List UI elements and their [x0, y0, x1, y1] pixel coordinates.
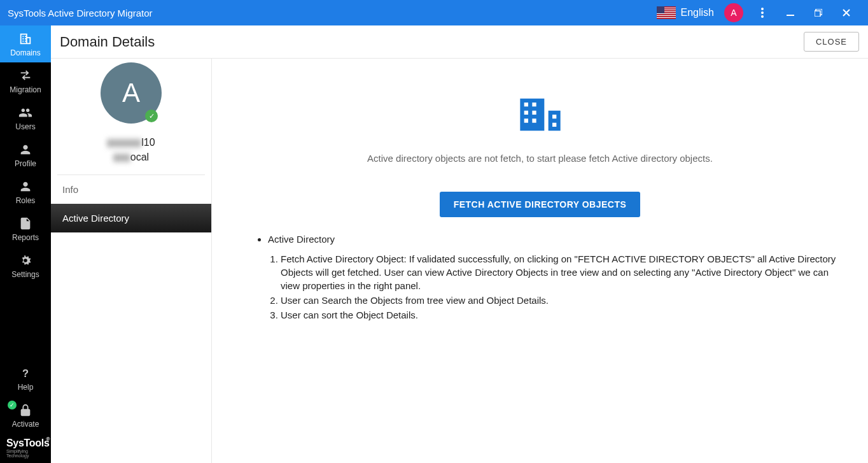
sidebar-item-activate[interactable]: Activate	[0, 397, 51, 434]
migration-icon	[18, 69, 32, 83]
sidebar-label: Help	[18, 383, 34, 392]
sidebar-item-help[interactable]: ? Help	[0, 360, 51, 397]
svg-rect-5	[815, 11, 820, 17]
page-title: Domain Details	[60, 34, 155, 50]
sidebar: Domains Migration Users Profile Roles Re…	[0, 25, 51, 463]
language-selector[interactable]: English	[657, 6, 714, 19]
sidebar-item-roles[interactable]: Roles	[0, 173, 51, 210]
brand-logo: SysTools® Simplifying Technology	[0, 434, 51, 463]
close-button[interactable]: CLOSE	[804, 32, 859, 52]
minimize-icon	[787, 9, 794, 17]
verified-check-icon	[145, 110, 158, 122]
minimize-button[interactable]	[776, 0, 804, 25]
sidebar-item-migration[interactable]: Migration	[0, 62, 51, 99]
sidebar-label: Profile	[15, 159, 36, 168]
svg-point-1	[761, 11, 764, 14]
check-badge-icon	[8, 401, 17, 410]
reports-icon	[18, 217, 32, 231]
gear-icon	[18, 253, 32, 267]
sidebar-label: Domains	[10, 48, 40, 57]
users-icon	[18, 106, 32, 120]
profile-icon	[18, 143, 32, 157]
user-avatar[interactable]: A	[724, 3, 743, 22]
help-heading: Active Directory	[268, 234, 850, 245]
tab-info[interactable]: Info	[51, 175, 211, 204]
help-item: User can Search the Objects from tree vi…	[281, 294, 850, 307]
kebab-icon	[761, 8, 764, 18]
building-icon	[18, 32, 32, 46]
sidebar-label: Settings	[11, 270, 39, 279]
us-flag-icon	[657, 6, 676, 19]
domain-side-panel: A ▮▮▮▮▮▮l10 ▮▮▮ocal Info Active Director…	[51, 59, 212, 463]
close-window-button[interactable]	[832, 0, 860, 25]
svg-rect-3	[787, 15, 794, 16]
domain-subname: ▮▮▮ocal	[113, 151, 149, 163]
content-panel: Active directory objects are not fetch, …	[212, 59, 868, 463]
fetch-objects-button[interactable]: FETCH ACTIVE DIRECTORY OBJECTS	[440, 192, 641, 217]
sidebar-item-users[interactable]: Users	[0, 99, 51, 136]
sidebar-item-settings[interactable]: Settings	[0, 247, 51, 284]
language-label: English	[681, 7, 714, 18]
sidebar-label: Reports	[12, 233, 39, 242]
roles-icon	[18, 180, 32, 194]
empty-state-message: Active directory objects are not fetch, …	[367, 153, 713, 164]
empty-building-icon	[514, 90, 566, 139]
titlebar: SysTools Active Directory Migrator Engli…	[0, 0, 868, 25]
help-item: User can sort the Object Details.	[281, 308, 850, 322]
sidebar-item-reports[interactable]: Reports	[0, 210, 51, 247]
svg-point-0	[761, 8, 764, 10]
domain-avatar: A	[101, 62, 162, 124]
sidebar-label: Users	[15, 122, 35, 131]
page-header: Domain Details CLOSE	[51, 25, 868, 59]
sidebar-item-profile[interactable]: Profile	[0, 136, 51, 173]
activate-icon	[18, 403, 32, 417]
tab-active-directory[interactable]: Active Directory	[51, 204, 211, 232]
svg-text:?: ?	[22, 367, 29, 379]
more-options-button[interactable]	[748, 0, 776, 25]
sidebar-label: Migration	[10, 85, 41, 94]
sidebar-label: Activate	[12, 420, 39, 429]
maximize-icon	[815, 9, 822, 17]
app-title: SysTools Active Directory Migrator	[8, 8, 153, 18]
help-section: Active Directory Fetch Active Directory …	[230, 234, 850, 322]
sidebar-label: Roles	[16, 196, 36, 205]
maximize-button[interactable]	[804, 0, 832, 25]
help-item: Fetch Active Directory Object: If valida…	[281, 252, 850, 292]
close-icon	[843, 9, 850, 17]
sidebar-item-domains[interactable]: Domains	[0, 25, 51, 62]
domain-name: ▮▮▮▮▮▮l10	[107, 136, 155, 148]
svg-point-2	[761, 15, 764, 18]
help-icon: ?	[18, 366, 32, 380]
